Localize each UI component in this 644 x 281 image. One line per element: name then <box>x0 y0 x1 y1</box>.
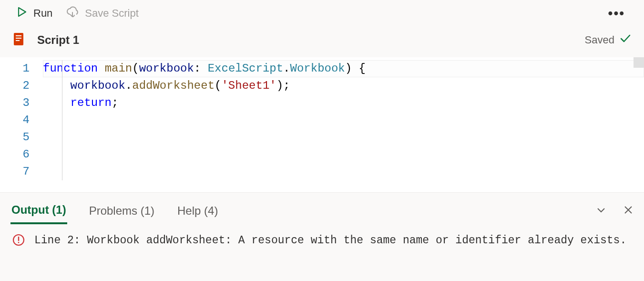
line-number: 6 <box>0 146 30 163</box>
token-punct: ( <box>215 79 221 92</box>
svg-rect-0 <box>14 33 23 45</box>
svg-rect-5 <box>18 237 19 241</box>
collapse-panel-button[interactable] <box>595 204 607 218</box>
token-function: addWorksheet <box>132 79 215 92</box>
script-icon <box>12 32 27 48</box>
token-punct: . <box>283 62 290 75</box>
panel-body: Line 2: Workbook addWorksheet: A resourc… <box>0 224 644 257</box>
token-function: main <box>105 62 133 75</box>
close-icon <box>623 205 634 215</box>
line-number: 1 <box>0 60 30 77</box>
script-title: Script 1 <box>37 33 79 47</box>
code-area[interactable]: function main(workbook: ExcelScript.Work… <box>43 57 644 192</box>
svg-rect-6 <box>18 242 19 243</box>
minimap-slider[interactable] <box>634 57 644 68</box>
token-punct: : <box>194 62 208 75</box>
token-keyword: return <box>71 96 112 109</box>
line-number-gutter: 1 2 3 4 5 6 7 <box>0 57 43 192</box>
save-script-button[interactable]: Save Script <box>59 3 145 23</box>
line-number: 2 <box>0 77 30 94</box>
code-line[interactable] <box>43 163 644 180</box>
token-punct: ); <box>276 79 290 92</box>
save-status-label: Saved <box>585 34 614 46</box>
code-line[interactable] <box>43 112 644 129</box>
token-identifier: workbook <box>71 79 125 92</box>
save-status: Saved <box>585 32 632 48</box>
token-identifier: workbook <box>139 62 194 75</box>
svg-rect-1 <box>16 35 21 36</box>
toolbar: Run Save Script ••• <box>0 0 644 27</box>
tab-help[interactable]: Help (4) <box>176 198 219 223</box>
token-type: Workbook <box>290 62 345 75</box>
run-button[interactable]: Run <box>10 3 59 23</box>
token-punct: ( <box>132 62 139 75</box>
more-options-button[interactable]: ••• <box>599 6 634 21</box>
line-number: 7 <box>0 163 30 180</box>
chevron-down-icon <box>595 204 607 216</box>
script-title-row: Script 1 Saved <box>0 27 644 57</box>
code-line[interactable]: function main(workbook: ExcelScript.Work… <box>43 60 644 77</box>
svg-rect-2 <box>16 38 21 39</box>
close-panel-button[interactable] <box>623 205 634 217</box>
more-icon: ••• <box>608 6 625 21</box>
cloud-save-icon <box>66 6 79 21</box>
code-editor[interactable]: 1 2 3 4 5 6 7 function main(workbook: Ex… <box>0 57 644 192</box>
token-keyword: function <box>43 62 98 75</box>
checkmark-icon <box>619 32 632 48</box>
code-line[interactable]: workbook.addWorksheet('Sheet1'); <box>43 77 644 94</box>
code-line[interactable] <box>43 146 644 163</box>
token-punct: ) { <box>345 62 366 75</box>
play-icon <box>16 6 28 21</box>
save-label: Save Script <box>85 7 139 20</box>
line-number: 3 <box>0 94 30 112</box>
token-punct: ; <box>112 96 118 109</box>
output-panel: Output (1) Problems (1) Help (4) Line 2:… <box>0 192 644 281</box>
code-line[interactable] <box>43 129 644 146</box>
svg-rect-3 <box>16 40 20 41</box>
error-icon <box>12 234 25 248</box>
token-type: ExcelScript <box>208 62 283 75</box>
token-punct: . <box>125 79 132 92</box>
token-string: 'Sheet1' <box>221 79 276 92</box>
indent-guide <box>62 60 62 180</box>
panel-tabs: Output (1) Problems (1) Help (4) <box>0 193 644 224</box>
tab-problems[interactable]: Problems (1) <box>88 198 155 223</box>
run-label: Run <box>33 7 52 20</box>
code-line[interactable]: return; <box>43 94 644 112</box>
line-number: 5 <box>0 129 30 146</box>
line-number: 4 <box>0 112 30 129</box>
tab-output[interactable]: Output (1) <box>10 198 67 224</box>
error-message: Line 2: Workbook addWorksheet: A resourc… <box>34 233 626 248</box>
